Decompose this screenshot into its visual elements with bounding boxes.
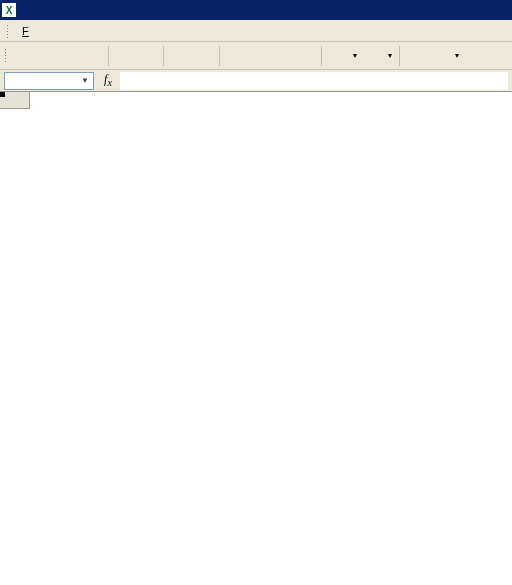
formula-bar: ▼ fx [0, 70, 512, 92]
save-icon[interactable] [58, 45, 79, 67]
separator [108, 46, 109, 66]
undo-dropdown-icon[interactable]: ▾ [350, 45, 360, 67]
undo-icon[interactable] [327, 45, 348, 67]
paste-icon[interactable] [271, 45, 292, 67]
select-all-corner[interactable] [0, 92, 30, 109]
hyperlink-icon[interactable] [405, 45, 426, 67]
copy-icon[interactable] [248, 45, 269, 67]
cut-icon[interactable] [225, 45, 246, 67]
spelling-icon[interactable] [169, 45, 190, 67]
menu-file[interactable]: F [16, 23, 35, 39]
cells-area[interactable] [30, 109, 512, 585]
toolbar-grip[interactable] [4, 48, 8, 64]
autosum-icon[interactable] [429, 45, 450, 67]
standard-toolbar: ▾ ▾ ▾ [0, 42, 512, 70]
print-icon[interactable] [114, 45, 135, 67]
menu-help[interactable] [135, 29, 147, 33]
menu-edit[interactable] [37, 29, 49, 33]
menu-data[interactable] [107, 29, 119, 33]
permission-icon[interactable] [82, 45, 103, 67]
sort-asc-icon[interactable] [464, 45, 485, 67]
fx-icon[interactable]: fx [100, 73, 116, 89]
new-icon[interactable] [12, 45, 33, 67]
name-box-dropdown-icon[interactable]: ▼ [79, 74, 91, 88]
name-box[interactable]: ▼ [4, 72, 94, 90]
formula-input[interactable] [120, 72, 508, 90]
format-painter-icon[interactable] [294, 45, 315, 67]
column-headers [30, 92, 512, 109]
redo-icon[interactable] [361, 45, 382, 67]
menu-tools[interactable] [93, 29, 105, 33]
excel-icon: X [2, 3, 16, 17]
menu-window[interactable] [121, 29, 133, 33]
open-icon[interactable] [35, 45, 56, 67]
separator [399, 46, 400, 66]
research-icon[interactable] [192, 45, 213, 67]
title-bar: X [0, 0, 512, 20]
separator [219, 46, 220, 66]
menu-format[interactable] [79, 29, 91, 33]
sort-desc-icon[interactable] [487, 45, 508, 67]
print-preview-icon[interactable] [137, 45, 158, 67]
menu-bar: F [0, 20, 512, 42]
menu-insert[interactable] [65, 29, 77, 33]
spreadsheet-grid[interactable] [0, 92, 512, 585]
separator [321, 46, 322, 66]
menu-view[interactable] [51, 29, 63, 33]
autosum-dropdown-icon[interactable]: ▾ [452, 45, 462, 67]
separator [163, 46, 164, 66]
redo-dropdown-icon[interactable]: ▾ [385, 45, 395, 67]
menubar-grip[interactable] [6, 24, 10, 38]
